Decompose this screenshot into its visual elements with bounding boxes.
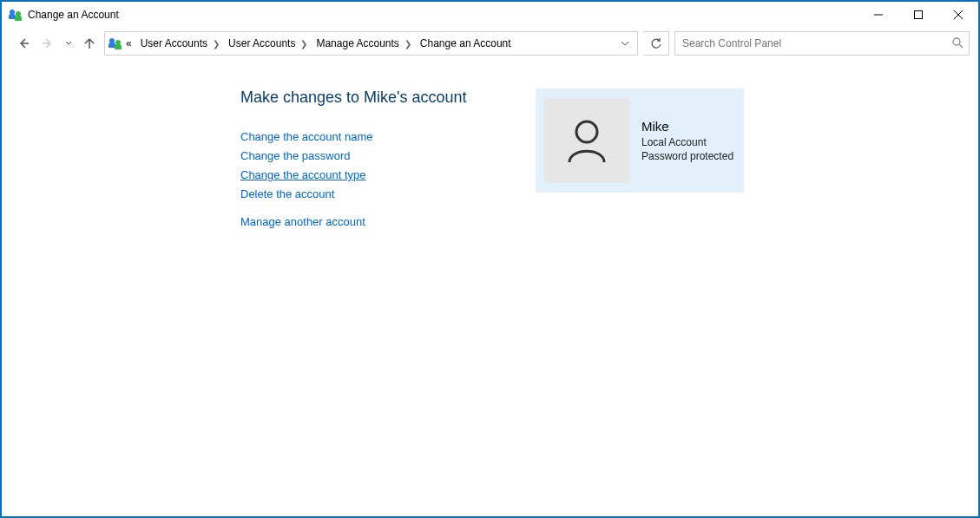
content-area: Make changes to Mike's account Change th… <box>2 64 978 232</box>
manage-another-account-link[interactable]: Manage another account <box>240 213 527 232</box>
titlebar: Change an Account <box>2 2 978 28</box>
chevron-right-icon: ❯ <box>404 39 411 49</box>
arrow-up-icon <box>82 36 96 50</box>
close-button[interactable] <box>938 2 978 28</box>
breadcrumb-prefix: « <box>124 32 135 55</box>
person-icon <box>561 115 613 167</box>
user-accounts-icon <box>9 8 23 22</box>
minimize-icon <box>874 10 883 19</box>
refresh-icon <box>650 37 662 49</box>
breadcrumb-label: Manage Accounts <box>316 37 398 49</box>
up-button[interactable] <box>80 34 99 53</box>
chevron-down-icon <box>621 39 629 48</box>
search-icon <box>951 36 964 51</box>
change-account-type-link[interactable]: Change the account type <box>240 166 527 185</box>
svg-point-6 <box>953 38 960 45</box>
arrow-left-icon <box>16 36 30 50</box>
page-title: Make changes to Mike's account <box>240 89 527 107</box>
actions-column: Make changes to Mike's account Change th… <box>240 89 527 232</box>
chevron-down-icon <box>65 40 72 47</box>
breadcrumb-label: User Accounts <box>141 37 207 49</box>
search-input[interactable] <box>681 36 951 50</box>
titlebar-left: Change an Account <box>9 8 119 22</box>
window-controls <box>858 2 978 28</box>
window-title: Change an Account <box>28 9 119 21</box>
breadcrumb-item[interactable]: Change an Account <box>417 32 515 55</box>
arrow-right-icon <box>41 36 55 50</box>
breadcrumb-item[interactable]: Manage Accounts ❯ <box>312 32 414 55</box>
action-links: Change the account name Change the passw… <box>240 128 527 232</box>
address-bar[interactable]: « User Accounts ❯ User Accounts ❯ Manage… <box>104 31 638 56</box>
delete-account-link[interactable]: Delete the account <box>240 185 527 204</box>
svg-point-8 <box>576 121 597 142</box>
nav-row: « User Accounts ❯ User Accounts ❯ Manage… <box>2 28 978 64</box>
breadcrumb-item[interactable]: User Accounts ❯ <box>225 32 311 55</box>
forward-button[interactable] <box>38 34 57 53</box>
svg-rect-1 <box>915 11 923 19</box>
account-name: Mike <box>641 119 733 134</box>
avatar <box>544 98 629 183</box>
address-dropdown-button[interactable] <box>616 39 634 48</box>
account-card[interactable]: Mike Local Account Password protected <box>536 89 744 193</box>
svg-line-7 <box>959 44 963 48</box>
chevron-right-icon: ❯ <box>300 39 307 49</box>
maximize-icon <box>914 10 923 19</box>
account-info: Mike Local Account Password protected <box>641 119 733 163</box>
refresh-button[interactable] <box>643 31 669 56</box>
breadcrumb-label: Change an Account <box>420 37 511 49</box>
recent-locations-button[interactable] <box>62 40 75 47</box>
change-password-link[interactable]: Change the password <box>240 147 527 166</box>
user-accounts-icon <box>109 36 122 50</box>
close-icon <box>954 10 963 19</box>
account-status: Password protected <box>641 149 733 163</box>
maximize-button[interactable] <box>898 2 938 28</box>
breadcrumb-item[interactable]: User Accounts ❯ <box>137 32 223 55</box>
change-account-name-link[interactable]: Change the account name <box>240 128 527 147</box>
breadcrumb-label: User Accounts <box>228 37 295 49</box>
nav-arrows <box>14 34 99 53</box>
minimize-button[interactable] <box>858 2 898 28</box>
chevron-right-icon: ❯ <box>213 39 220 49</box>
breadcrumb-prefix-text: « <box>126 37 132 49</box>
back-button[interactable] <box>14 34 33 53</box>
spacer <box>240 204 527 213</box>
search-box[interactable] <box>674 31 970 56</box>
account-type: Local Account <box>641 135 733 149</box>
